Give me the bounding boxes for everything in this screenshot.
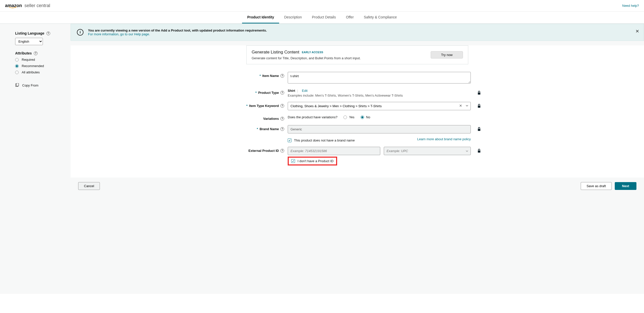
variations-no-label: No <box>366 115 370 119</box>
logo[interactable]: amazon seller central <box>5 3 50 8</box>
brand-name-input <box>288 125 471 133</box>
product-type-examples: Examples include: Men's T-Shirts, Women'… <box>288 94 471 97</box>
listing-language-label: Listing Language <box>15 31 44 35</box>
header: amazon seller central Need help? <box>0 0 644 12</box>
attributes-radio-group: Required Recommended All attributes <box>15 58 66 74</box>
item-type-keyword-label: Item Type Keyword <box>249 104 279 108</box>
no-product-id-highlight: I don't have a Product ID <box>288 157 337 165</box>
product-type-label: Product Type <box>258 91 279 95</box>
row-variations: Variations ? Does the product have varia… <box>229 115 486 121</box>
item-type-keyword-input[interactable] <box>288 102 471 110</box>
variations-yes[interactable]: Yes <box>343 115 354 119</box>
no-brand-checkbox[interactable] <box>288 138 291 142</box>
radio-icon <box>15 58 19 62</box>
no-product-id-checkbox[interactable] <box>291 159 295 163</box>
variations-label: Variations <box>263 117 279 121</box>
copy-icon <box>15 83 19 87</box>
help-icon[interactable]: ? <box>46 32 50 35</box>
svg-rect-4 <box>478 129 480 131</box>
external-product-id-label: External Product ID <box>248 149 279 153</box>
tab-safety-compliance[interactable]: Safety & Compliance <box>359 12 402 23</box>
svg-rect-5 <box>478 151 480 153</box>
logo-seller-text: seller central <box>24 3 50 8</box>
attributes-title: Attributes ? <box>15 51 66 55</box>
cancel-button[interactable]: Cancel <box>78 182 100 190</box>
variations-yes-label: Yes <box>349 115 354 119</box>
row-item-type-keyword: * Item Type Keyword ? ✕ <box>229 102 486 110</box>
save-as-draft-button[interactable]: Save as draft <box>581 182 612 190</box>
help-icon[interactable]: ? <box>280 117 284 121</box>
no-product-id-label: I don't have a Product ID <box>298 159 334 163</box>
info-banner: i You are currently viewing a new versio… <box>71 24 644 41</box>
brand-name-label: Brand Name <box>259 127 279 131</box>
radio-icon <box>361 116 364 119</box>
help-icon[interactable]: ? <box>280 149 284 153</box>
tab-product-details[interactable]: Product Details <box>307 12 341 23</box>
brand-policy-link[interactable]: Learn more about brand name policy <box>417 137 471 141</box>
help-icon[interactable]: ? <box>34 51 38 55</box>
help-icon[interactable]: ? <box>280 91 284 95</box>
row-external-product-id: External Product ID ? <box>229 147 486 165</box>
language-select[interactable]: English <box>15 38 43 45</box>
help-icon[interactable]: ? <box>280 104 284 108</box>
info-icon: i <box>77 29 83 36</box>
lock-icon <box>477 149 481 153</box>
close-icon[interactable]: ✕ <box>635 29 639 34</box>
info-banner-text: You are currently viewing a new version … <box>88 29 638 36</box>
next-button[interactable]: Next <box>615 182 636 190</box>
banner-line1: You are currently viewing a new version … <box>88 29 267 32</box>
help-icon[interactable]: ? <box>280 74 284 78</box>
radio-icon <box>15 71 19 74</box>
banner-help-link[interactable]: For more information, go to our Help pag… <box>88 32 150 36</box>
external-product-id-type-select <box>384 147 471 155</box>
product-type-edit-link[interactable]: Edit <box>302 89 307 93</box>
tab-offer[interactable]: Offer <box>341 12 359 23</box>
row-product-type: * Product Type ? Shirt | Edit Examples i… <box>229 89 486 97</box>
row-item-name: * Item Name ? t-shirt <box>229 72 486 84</box>
lock-icon <box>477 127 481 131</box>
svg-rect-2 <box>478 93 480 95</box>
help-icon[interactable]: ? <box>280 127 284 131</box>
amazon-smile-icon <box>8 7 17 9</box>
lock-icon <box>477 104 481 108</box>
tab-description[interactable]: Description <box>279 12 307 23</box>
tab-product-identity[interactable]: Product Identity <box>242 12 279 23</box>
early-access-badge: EARLY ACCESS <box>302 51 323 54</box>
radio-icon <box>343 116 347 119</box>
external-product-id-input <box>288 147 380 155</box>
svg-rect-3 <box>478 106 480 108</box>
sidebar: Listing Language ? English Attributes ? … <box>0 24 71 294</box>
chevron-down-icon <box>466 150 468 152</box>
listing-language-title: Listing Language ? <box>15 31 66 35</box>
nav-tabs: Product Identity Description Product Det… <box>0 12 644 24</box>
attributes-label: Attributes <box>15 51 32 55</box>
attr-option-label: Required <box>22 58 35 62</box>
footer: Cancel Save as draft Next <box>71 178 644 194</box>
item-name-label: Item Name <box>262 74 279 78</box>
generate-listing-card: Generate Listing Content EARLY ACCESS Ge… <box>246 45 468 64</box>
copy-from-label: Copy From <box>22 83 38 87</box>
attr-option-all[interactable]: All attributes <box>15 70 66 74</box>
attr-option-recommended[interactable]: Recommended <box>15 64 66 68</box>
variations-question: Does the product have variations? <box>288 115 337 119</box>
svg-rect-1 <box>16 83 19 86</box>
product-type-value: Shirt <box>288 89 295 93</box>
product-form: * Item Name ? t-shirt * Product Type ? <box>229 72 486 165</box>
generate-title: Generate Listing Content <box>252 50 299 55</box>
attr-option-label: All attributes <box>22 70 40 74</box>
try-now-button[interactable]: Try now <box>431 51 463 59</box>
attr-option-label: Recommended <box>22 64 44 68</box>
row-brand-name: * Brand Name ? This product does not hav… <box>229 125 486 142</box>
generate-description: Generate content for Title, Description,… <box>252 56 361 60</box>
variations-no[interactable]: No <box>361 115 370 119</box>
copy-from-button[interactable]: Copy From <box>15 83 66 87</box>
chevron-down-icon[interactable] <box>466 104 468 107</box>
item-name-input[interactable]: t-shirt <box>288 72 471 83</box>
main-content: i You are currently viewing a new versio… <box>71 24 644 294</box>
lock-icon <box>477 91 481 95</box>
clear-icon[interactable]: ✕ <box>459 104 462 108</box>
attr-option-required[interactable]: Required <box>15 58 66 62</box>
radio-icon <box>15 64 19 68</box>
need-help-link[interactable]: Need help? <box>622 4 639 8</box>
no-brand-label: This product does not have a brand name <box>294 138 355 142</box>
